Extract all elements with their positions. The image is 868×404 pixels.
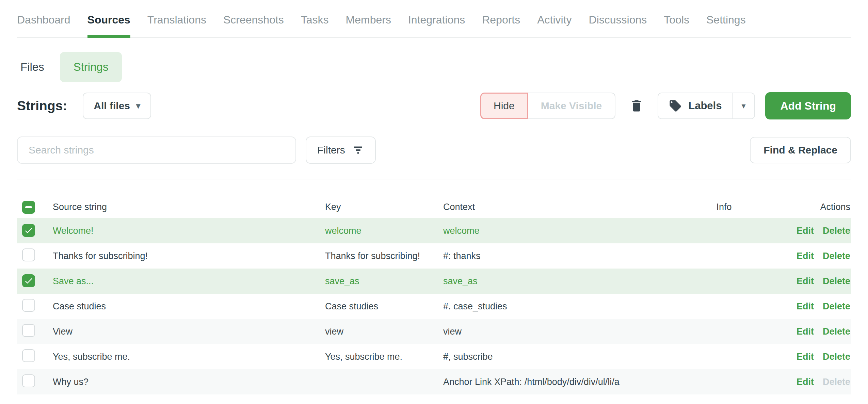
row-checkbox[interactable] [22, 224, 35, 237]
row-checkbox[interactable] [22, 374, 35, 387]
row-checkbox[interactable] [22, 299, 35, 312]
edit-link[interactable]: Edit [797, 251, 814, 261]
labels-button[interactable]: Labels [658, 93, 732, 118]
edit-link[interactable]: Edit [797, 326, 814, 337]
delete-link[interactable]: Delete [823, 226, 850, 236]
context-cell: save_as [443, 276, 681, 287]
search-strings-input[interactable] [17, 136, 296, 164]
context-cell: #: thanks [443, 251, 681, 261]
header-info: Info [681, 202, 767, 212]
delete-link[interactable]: Delete [823, 301, 850, 311]
filter-icon [352, 144, 364, 156]
delete-link[interactable]: Delete [823, 326, 850, 337]
context-cell: #. case_studies [443, 301, 681, 312]
nav-item-integrations[interactable]: Integrations [408, 14, 465, 37]
row-checkbox[interactable] [22, 349, 35, 362]
main-nav: Dashboard Sources Translations Screensho… [17, 0, 851, 38]
delete-link[interactable]: Delete [823, 251, 850, 261]
table-row: Case studies Case studies #. case_studie… [17, 294, 851, 319]
strings-table: Source string Key Context Info Actions W… [17, 196, 851, 394]
row-checkbox[interactable] [22, 248, 35, 261]
delete-link: Delete [823, 377, 850, 387]
context-cell: view [443, 326, 681, 337]
header-key: Key [325, 202, 443, 212]
context-cell: #, subscribe [443, 352, 681, 362]
source-string-cell: Why us? [53, 377, 325, 387]
tab-files[interactable]: Files [17, 52, 48, 82]
source-string-cell: Thanks for subscribing! [53, 251, 325, 261]
edit-link[interactable]: Edit [797, 352, 814, 362]
delete-link[interactable]: Delete [823, 352, 850, 362]
tab-strings[interactable]: Strings [60, 52, 122, 82]
key-cell: Yes, subscribe me. [325, 352, 443, 362]
nav-item-activity[interactable]: Activity [537, 14, 572, 37]
key-cell: Thanks for subscribing! [325, 251, 443, 261]
filters-button-label: Filters [317, 144, 345, 156]
nav-item-translations[interactable]: Translations [147, 14, 206, 37]
nav-item-discussions[interactable]: Discussions [589, 14, 647, 37]
key-cell: view [325, 326, 443, 337]
chevron-down-icon: ▾ [741, 102, 745, 110]
labels-dropdown-toggle[interactable]: ▾ [732, 93, 754, 118]
nav-item-members[interactable]: Members [346, 14, 391, 37]
nav-item-dashboard[interactable]: Dashboard [17, 14, 70, 37]
key-cell: Case studies [325, 301, 443, 312]
project-sources-page: Dashboard Sources Translations Screensho… [0, 0, 868, 404]
view-switcher: Files Strings [17, 52, 851, 82]
row-checkbox[interactable] [22, 324, 35, 337]
toolbar-actions: Hide Make Visible Labels ▾ Add String [480, 92, 851, 119]
source-string-cell: Save as... [53, 276, 325, 287]
row-checkbox[interactable] [22, 274, 35, 287]
source-string-cell: Case studies [53, 301, 325, 312]
source-string-cell: Welcome! [53, 226, 325, 236]
chevron-down-icon: ▾ [136, 102, 140, 110]
nav-item-sources[interactable]: Sources [87, 14, 130, 37]
edit-link[interactable]: Edit [797, 301, 814, 311]
header-actions: Actions [767, 202, 851, 212]
visibility-segmented-control: Hide Make Visible [480, 93, 615, 119]
nav-item-screenshots[interactable]: Screenshots [223, 14, 284, 37]
trash-icon [629, 98, 644, 114]
key-cell: save_as [325, 276, 443, 287]
edit-link[interactable]: Edit [797, 276, 814, 286]
source-string-cell: View [53, 326, 325, 337]
context-cell: Anchor Link XPath: /html/body/div/div/ul… [443, 377, 681, 387]
filters-button[interactable]: Filters [306, 136, 376, 164]
nav-item-settings[interactable]: Settings [706, 14, 746, 37]
key-cell: welcome [325, 226, 443, 236]
nav-item-tools[interactable]: Tools [664, 14, 689, 37]
context-cell: welcome [443, 226, 681, 236]
table-row: Why us? Anchor Link XPath: /html/body/di… [17, 369, 851, 394]
table-row: Welcome! welcome welcome EditDelete [17, 218, 851, 243]
table-row: View view view EditDelete [17, 319, 851, 344]
section-divider [17, 179, 851, 179]
table-header-row: Source string Key Context Info Actions [17, 196, 851, 218]
hide-button[interactable]: Hide [480, 93, 528, 119]
file-filter-value: All files [94, 100, 130, 112]
nav-item-tasks[interactable]: Tasks [301, 14, 329, 37]
search-row: Filters Find & Replace [17, 136, 851, 164]
check-icon [24, 276, 33, 286]
add-string-button[interactable]: Add String [765, 92, 851, 119]
delete-link[interactable]: Delete [823, 276, 850, 286]
make-visible-button[interactable]: Make Visible [528, 93, 616, 119]
labels-button-label: Labels [688, 100, 722, 112]
table-row: Thanks for subscribing! Thanks for subsc… [17, 243, 851, 269]
strings-toolbar: Strings: All files ▾ Hide Make Visible L… [17, 92, 851, 119]
page-title: Strings: [17, 98, 67, 113]
check-icon [24, 226, 33, 235]
edit-link[interactable]: Edit [797, 226, 814, 236]
table-row: Save as... save_as save_as EditDelete [17, 269, 851, 294]
labels-split-button: Labels ▾ [658, 93, 755, 119]
header-source-string: Source string [53, 202, 325, 212]
file-filter-dropdown[interactable]: All files ▾ [83, 93, 151, 119]
select-all-checkbox[interactable] [22, 201, 35, 214]
header-context: Context [443, 202, 681, 212]
nav-item-reports[interactable]: Reports [482, 14, 520, 37]
delete-selected-button[interactable] [626, 93, 647, 119]
find-replace-button[interactable]: Find & Replace [750, 137, 851, 163]
tag-icon [669, 99, 682, 113]
source-string-cell: Yes, subscribe me. [53, 352, 325, 362]
edit-link[interactable]: Edit [797, 377, 814, 387]
table-row: Yes, subscribe me. Yes, subscribe me. #,… [17, 344, 851, 369]
